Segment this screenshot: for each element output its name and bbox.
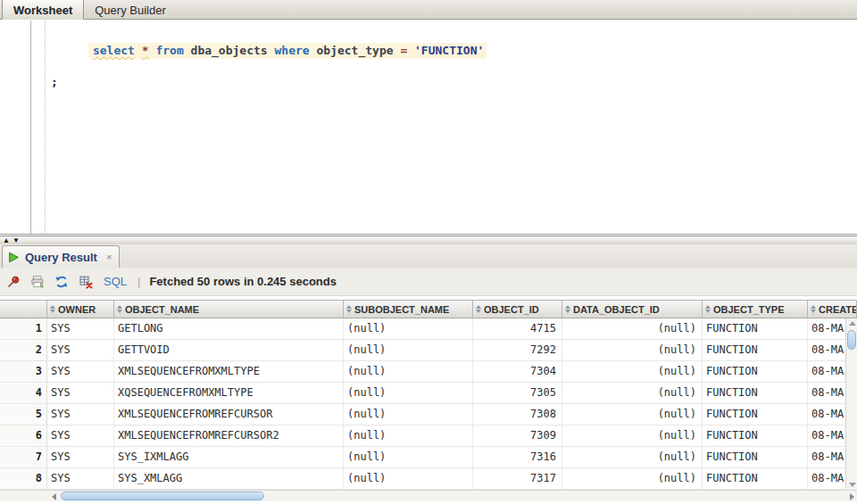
splitter-collapse-down-icon[interactable]: ▼ xyxy=(12,237,20,244)
table-row[interactable]: 6SYSXMLSEQUENCEFROMREFCURSOR2(null)7309(… xyxy=(0,426,857,447)
row-number-cell[interactable]: 2 xyxy=(0,340,47,361)
cell-object_id[interactable]: 7317 xyxy=(473,468,562,490)
cell-object_name[interactable]: XMLSEQUENCEFROMREFCURSOR xyxy=(114,404,344,426)
cell-object_id[interactable]: 7292 xyxy=(473,340,562,361)
cell-subobject_name[interactable]: (null) xyxy=(344,361,473,383)
cell-owner[interactable]: SYS xyxy=(47,361,114,383)
cell-object_name[interactable]: XQSEQUENCEFROMXMLTYPE xyxy=(114,383,344,404)
cell-data_object_id[interactable]: (null) xyxy=(562,340,703,361)
close-icon[interactable]: × xyxy=(106,252,112,262)
row-number-cell[interactable]: 1 xyxy=(0,318,47,340)
cell-subobject_name[interactable]: (null) xyxy=(344,426,473,447)
cell-object_type[interactable]: FUNCTION xyxy=(703,447,808,468)
cell-object_type[interactable]: FUNCTION xyxy=(703,340,808,361)
column-header-object_id[interactable]: OBJECT_ID xyxy=(473,301,562,318)
column-header-object_type[interactable]: OBJECT_TYPE xyxy=(703,301,808,318)
table-row[interactable]: 5SYSXMLSEQUENCEFROMREFCURSOR(null)7308(n… xyxy=(0,404,857,426)
cell-subobject_name[interactable]: (null) xyxy=(344,383,473,404)
column-header-data_object_id[interactable]: DATA_OBJECT_ID xyxy=(562,301,703,318)
cell-object_type[interactable]: FUNCTION xyxy=(703,404,808,426)
scroll-up-icon[interactable] xyxy=(849,321,856,326)
pin-button[interactable] xyxy=(3,271,24,293)
horizontal-scrollbar[interactable] xyxy=(0,490,857,501)
row-number-header[interactable] xyxy=(0,301,47,318)
cell-object_name[interactable]: XMLSEQUENCEFROMREFCURSOR2 xyxy=(114,426,344,447)
cell-owner[interactable]: SYS xyxy=(47,447,114,468)
cell-subobject_name[interactable]: (null) xyxy=(344,468,473,490)
scroll-down-icon[interactable] xyxy=(849,483,856,487)
cell-owner[interactable]: SYS xyxy=(47,426,114,447)
cell-subobject_name[interactable]: (null) xyxy=(344,318,473,340)
clear-grid-button[interactable] xyxy=(75,271,96,293)
row-number-cell[interactable]: 5 xyxy=(0,404,47,426)
row-number-cell[interactable]: 3 xyxy=(0,361,47,383)
cell-data_object_id[interactable]: (null) xyxy=(562,468,703,490)
cell-owner[interactable]: SYS xyxy=(47,404,114,426)
refresh-button[interactable] xyxy=(51,271,72,293)
cell-owner[interactable]: SYS xyxy=(47,340,114,361)
cell-object_name[interactable]: GETLONG xyxy=(114,318,344,340)
cell-object_id[interactable]: 7304 xyxy=(473,361,562,383)
vertical-scrollbar[interactable] xyxy=(845,318,857,490)
table-row[interactable]: 4SYSXQSEQUENCEFROMXMLTYPE(null)7305(null… xyxy=(0,383,857,404)
cell-subobject_name[interactable]: (null) xyxy=(344,447,473,468)
sql-editor[interactable]: select * from dba_objects where object_t… xyxy=(0,21,857,235)
cell-data_object_id[interactable]: (null) xyxy=(562,361,703,383)
row-number-cell[interactable]: 8 xyxy=(0,468,47,490)
cell-object_name[interactable]: SYS_IXMLAGG xyxy=(114,447,344,468)
cell-object_type[interactable]: FUNCTION xyxy=(703,383,808,404)
cell-subobject_name[interactable]: (null) xyxy=(344,404,473,426)
cell-object_id[interactable]: 7305 xyxy=(473,383,562,404)
splitter-collapse-up-icon[interactable]: ▲ xyxy=(3,237,10,244)
cell-data_object_id[interactable]: (null) xyxy=(562,426,703,447)
column-header-object_name[interactable]: OBJECT_NAME xyxy=(114,301,344,318)
column-header-created[interactable]: CREATED xyxy=(808,301,857,318)
column-header-owner[interactable]: OWNER xyxy=(47,301,114,318)
cell-object_type[interactable]: FUNCTION xyxy=(703,468,808,490)
cell-object_type[interactable]: FUNCTION xyxy=(703,426,808,447)
cell-object_name[interactable]: SYS_XMLAGG xyxy=(114,468,344,490)
row-number-cell[interactable]: 7 xyxy=(0,447,47,468)
cell-owner[interactable]: SYS xyxy=(47,318,114,340)
print-button[interactable] xyxy=(27,271,48,293)
vertical-scrollbar-thumb[interactable] xyxy=(847,330,856,350)
editor-gutter xyxy=(0,21,31,234)
row-number-cell[interactable]: 6 xyxy=(0,426,47,447)
column-header-subobject_name[interactable]: SUBOBJECT_NAME xyxy=(344,301,473,318)
table-row[interactable]: 3SYSXMLSEQUENCEFROMXMLTYPE(null)7304(nul… xyxy=(0,361,857,383)
cell-data_object_id[interactable]: (null) xyxy=(562,404,703,426)
scroll-right-icon[interactable] xyxy=(850,493,854,500)
sql-toggle-button[interactable]: SQL xyxy=(104,275,127,288)
cell-object_id[interactable]: 7308 xyxy=(473,404,562,426)
cell-object_id[interactable]: 7316 xyxy=(473,447,562,468)
cell-data_object_id[interactable]: (null) xyxy=(562,447,703,468)
cell-object_type[interactable]: FUNCTION xyxy=(703,318,808,340)
cell-object_name[interactable]: XMLSEQUENCEFROMXMLTYPE xyxy=(114,361,344,383)
scroll-left-icon[interactable] xyxy=(52,493,56,500)
cell-data_object_id[interactable]: (null) xyxy=(562,383,703,404)
table-row[interactable]: 2SYSGETTVOID(null)7292(null)FUNCTION08-M… xyxy=(0,340,857,361)
cell-owner[interactable]: SYS xyxy=(47,383,114,404)
sort-icon xyxy=(705,305,711,313)
horizontal-scrollbar-thumb[interactable] xyxy=(61,492,264,500)
tab-query-builder[interactable]: Query Builder xyxy=(84,0,176,20)
editor-result-splitter[interactable]: ▲ ▼ xyxy=(0,235,857,244)
cell-owner[interactable]: SYS xyxy=(47,468,114,490)
sort-icon xyxy=(565,305,570,313)
tab-query-result[interactable]: Query Result × xyxy=(2,245,120,268)
cell-object_id[interactable]: 7309 xyxy=(473,426,562,447)
fetch-status-text: Fetched 50 rows in 0.245 seconds xyxy=(149,275,337,288)
cell-object_name[interactable]: GETTVOID xyxy=(114,340,344,361)
tab-worksheet[interactable]: Worksheet xyxy=(2,0,84,20)
cell-data_object_id[interactable]: (null) xyxy=(562,318,703,340)
cell-subobject_name[interactable]: (null) xyxy=(344,340,473,361)
cell-object_id[interactable]: 4715 xyxy=(473,318,562,340)
cell-object_type[interactable]: FUNCTION xyxy=(703,361,808,383)
sql-token: * xyxy=(142,44,149,57)
table-row[interactable]: 1SYSGETLONG(null)4715(null)FUNCTION08-MA xyxy=(0,318,857,340)
column-header-label: CREATED xyxy=(819,304,857,315)
row-number-cell[interactable]: 4 xyxy=(0,383,47,404)
table-row[interactable]: 8SYSSYS_XMLAGG(null)7317(null)FUNCTION08… xyxy=(0,468,857,490)
grid-header-row: OWNEROBJECT_NAMESUBOBJECT_NAMEOBJECT_IDD… xyxy=(0,300,857,318)
table-row[interactable]: 7SYSSYS_IXMLAGG(null)7316(null)FUNCTION0… xyxy=(0,447,857,468)
